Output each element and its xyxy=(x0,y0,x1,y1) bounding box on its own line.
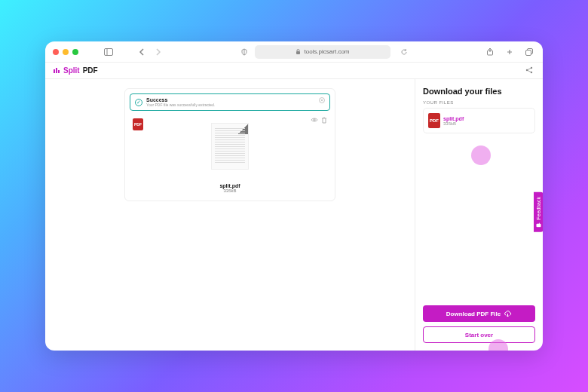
feedback-label: Feedback xyxy=(536,197,541,220)
svg-rect-14 xyxy=(537,224,541,228)
svg-rect-0 xyxy=(105,48,113,55)
feedback-chat-icon xyxy=(536,222,541,228)
start-over-label: Start over xyxy=(465,332,493,338)
lock-icon xyxy=(296,49,301,55)
back-button[interactable] xyxy=(136,46,148,58)
download-button-label: Download PDF File xyxy=(446,311,501,317)
download-button[interactable]: Download PDF File xyxy=(423,305,535,322)
forward-button[interactable] xyxy=(152,46,164,58)
thumbnail-content xyxy=(215,128,245,164)
sidebar-toggle-icon[interactable] xyxy=(103,46,115,58)
url-bar[interactable]: tools.picsart.com xyxy=(255,45,390,59)
preview-file-name: split.pdf xyxy=(219,183,240,188)
app-brand[interactable]: Split PDF xyxy=(53,66,98,75)
svg-rect-5 xyxy=(525,50,531,55)
url-text: tools.picsart.com xyxy=(304,48,349,55)
svg-point-13 xyxy=(314,119,315,121)
fullscreen-window-button[interactable] xyxy=(72,49,78,55)
reload-icon[interactable] xyxy=(398,46,410,58)
result-card: ✓ Success Your PDF file was successfully… xyxy=(124,88,335,201)
pdf-badge: PDF xyxy=(133,118,143,130)
download-cloud-icon xyxy=(504,311,512,317)
sidebar-heading: Download your files xyxy=(423,87,535,96)
content-area: ✓ Success Your PDF file was successfully… xyxy=(45,79,543,351)
download-sidebar: Download your files YOUR FILES PDF split… xyxy=(415,79,543,351)
file-preview-wrap: PDF split.pdf 335kB xyxy=(130,117,330,196)
brand-text-left: Split xyxy=(63,66,80,75)
preview-file-size: 335kB xyxy=(223,188,236,193)
traffic-lights xyxy=(53,49,78,55)
brand-text-right: PDF xyxy=(83,66,98,75)
delete-trash-icon[interactable] xyxy=(321,117,327,124)
start-over-button[interactable]: Start over xyxy=(423,326,535,343)
main-panel: ✓ Success Your PDF file was successfully… xyxy=(45,79,415,351)
document-thumbnail[interactable] xyxy=(211,123,249,170)
new-tab-icon[interactable] xyxy=(504,46,516,58)
chip-file-name: split.pdf xyxy=(443,116,464,121)
header-share-icon[interactable] xyxy=(525,66,535,76)
shield-icon[interactable] xyxy=(238,46,250,58)
brand-logo-icon xyxy=(53,67,60,75)
download-file-chip[interactable]: PDF split.pdf 335kB xyxy=(423,108,535,133)
preview-eye-icon[interactable] xyxy=(311,117,318,124)
banner-close-icon[interactable] xyxy=(319,97,325,103)
window-titlebar: tools.picsart.com xyxy=(45,41,543,63)
svg-rect-7 xyxy=(56,68,57,73)
feedback-tab[interactable]: Feedback xyxy=(534,192,543,232)
chip-file-size: 335kB xyxy=(443,121,464,126)
tabs-icon[interactable] xyxy=(523,46,535,58)
close-window-button[interactable] xyxy=(53,49,59,55)
chip-pdf-icon: PDF xyxy=(428,113,440,128)
share-icon[interactable] xyxy=(484,46,496,58)
sidebar-label: YOUR FILES xyxy=(423,100,535,105)
svg-rect-6 xyxy=(54,69,55,73)
success-subtitle: Your PDF file was successfully extracted… xyxy=(146,103,215,107)
browser-window: tools.picsart.com Split PDF xyxy=(45,41,543,351)
minimize-window-button[interactable] xyxy=(63,49,69,55)
success-title: Success xyxy=(146,97,215,103)
chip-text: split.pdf 335kB xyxy=(443,116,464,126)
pdf-file-icon: PDF xyxy=(133,118,143,130)
svg-rect-2 xyxy=(296,51,300,54)
file-tools xyxy=(311,117,327,124)
svg-rect-8 xyxy=(58,70,60,73)
success-banner: ✓ Success Your PDF file was successfully… xyxy=(130,93,330,111)
app-header: Split PDF xyxy=(45,63,543,79)
success-check-icon: ✓ xyxy=(135,99,142,106)
success-text: Success Your PDF file was successfully e… xyxy=(146,97,215,107)
